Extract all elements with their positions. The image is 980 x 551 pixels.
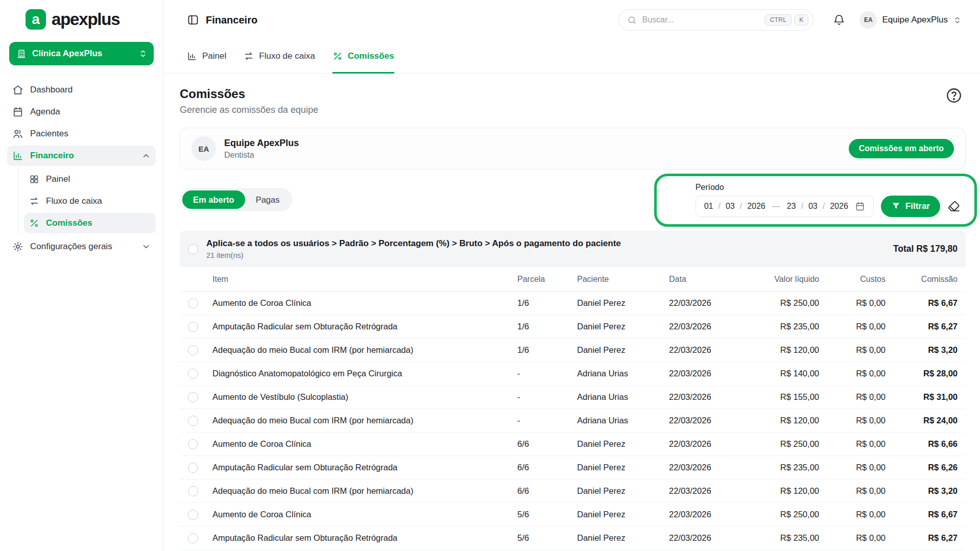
date-end-day: 23	[787, 202, 796, 211]
cell-paciente: Adriana Urias	[571, 369, 663, 378]
cell-comissao: R$ 3,20	[886, 345, 958, 355]
row-checkbox[interactable]	[188, 322, 198, 332]
cell-item: Amputação Radicular sem Obturação Retróg…	[206, 463, 511, 472]
period-filter: Período 01 / 03 / 2026 —	[696, 183, 966, 217]
sidebar-item-label: Financeiro	[30, 151, 74, 161]
team-member-card: EA Equipe ApexPlus Dentista Comissões em…	[180, 128, 966, 170]
cell-custos: R$ 0,00	[819, 463, 886, 472]
cell-paciente: Daniel Perez	[571, 486, 663, 496]
filter-button[interactable]: Filtrar	[881, 196, 940, 217]
tab-fluxo-de-caixa[interactable]: Fluxo de caixa	[244, 40, 315, 74]
member-role: Dentista	[224, 151, 299, 160]
row-checkbox[interactable]	[188, 533, 198, 543]
sidebar-item-label: Painel	[46, 174, 70, 184]
calendar-icon	[12, 106, 23, 117]
page-content: Comissões Gerencie as comissões da equip…	[163, 74, 980, 551]
calendar-icon[interactable]	[855, 201, 865, 211]
chevron-down-icon	[141, 242, 151, 251]
notifications-button[interactable]	[833, 14, 845, 26]
row-checkbox[interactable]	[188, 510, 198, 520]
member-avatar: EA	[192, 136, 216, 161]
row-checkbox[interactable]	[188, 369, 198, 379]
cell-data: 22/03/2026	[663, 369, 759, 378]
tab-comissoes[interactable]: Comissões	[332, 40, 394, 74]
sidebar-item-fluxo-de-caixa[interactable]: Fluxo de caixa	[24, 191, 156, 211]
panel-icon[interactable]	[187, 14, 199, 26]
cell-data: 22/03/2026	[663, 298, 759, 308]
row-checkbox[interactable]	[188, 345, 198, 355]
topbar-title-text: Financeiro	[206, 14, 257, 26]
cell-custos: R$ 0,00	[819, 345, 886, 355]
help-circle-icon	[945, 87, 963, 104]
topbar: Financeiro CTRL K EA Equipe ApexPlus	[163, 0, 980, 40]
main-area: Financeiro CTRL K EA Equipe ApexPlus	[163, 0, 980, 551]
date-range-input[interactable]: 01 / 03 / 2026 — 23 / 03 /	[696, 196, 874, 217]
sidebar-item-configuracoes-gerais[interactable]: Configurações gerais	[7, 236, 156, 257]
cell-comissao: R$ 6,27	[886, 322, 958, 331]
select-all-checkbox[interactable]	[188, 244, 198, 254]
row-checkbox[interactable]	[188, 416, 198, 426]
row-checkbox[interactable]	[188, 463, 198, 473]
cell-valor-liquido: R$ 235,00	[759, 533, 819, 543]
sidebar-item-dashboard[interactable]: Dashboard	[7, 80, 156, 100]
cell-data: 22/03/2026	[663, 510, 759, 519]
cell-comissao: R$ 28,00	[886, 369, 958, 378]
row-checkbox[interactable]	[188, 392, 198, 402]
cell-valor-liquido: R$ 155,00	[759, 392, 819, 402]
gear-icon	[12, 241, 23, 252]
row-checkbox[interactable]	[188, 439, 198, 449]
search-shortcut: CTRL K	[764, 14, 808, 26]
cell-valor-liquido: R$ 120,00	[759, 416, 819, 425]
cell-paciente: Daniel Perez	[571, 533, 663, 543]
chevrons-up-down-icon	[953, 16, 962, 25]
sidebar-item-pacientes[interactable]: Pacientes	[7, 124, 156, 144]
clear-filters-button[interactable]	[947, 200, 961, 213]
tab-painel[interactable]: Painel	[187, 40, 226, 74]
bar-chart-icon	[187, 51, 197, 61]
clinic-selector-button[interactable]: Clínica ApexPlus	[9, 42, 154, 65]
keycap-k: K	[794, 14, 808, 26]
sidebar-item-comissoes[interactable]: Comissões	[24, 213, 156, 233]
cell-valor-liquido: R$ 235,00	[759, 463, 819, 472]
brand-logo-icon: a	[26, 9, 46, 30]
cell-comissao: R$ 6,67	[886, 298, 958, 308]
row-checkbox[interactable]	[188, 486, 198, 496]
date-start-month: 03	[726, 202, 735, 211]
sidebar-item-financeiro[interactable]: Financeiro	[7, 146, 156, 166]
sidebar-item-agenda[interactable]: Agenda	[7, 102, 156, 122]
search-bar[interactable]: CTRL K	[618, 9, 814, 31]
bar-chart-icon	[12, 150, 23, 161]
sidebar-item-label: Configurações gerais	[30, 242, 112, 252]
group-item-count: 21 item(ns)	[206, 251, 893, 259]
cell-comissao: R$ 6,67	[886, 510, 958, 519]
cell-paciente: Daniel Perez	[571, 298, 663, 308]
brand-logo: a apexplus	[0, 0, 163, 36]
help-button[interactable]	[945, 87, 963, 104]
status-toggle: Em aberto Pagas	[180, 188, 293, 211]
row-checkbox-cell	[180, 416, 206, 426]
cell-comissao: R$ 6,66	[886, 439, 958, 449]
cell-data: 22/03/2026	[663, 463, 759, 472]
column-header-valor-liquido: Valor líquido	[759, 275, 819, 284]
table-row: Adequação do meio Bucal com IRM (por hem…	[180, 409, 966, 433]
date-end-month: 03	[808, 202, 818, 211]
table-row: Amputação Radicular sem Obturação Retróg…	[180, 315, 966, 339]
toggle-pagas[interactable]: Pagas	[245, 190, 291, 209]
sidebar-item-painel[interactable]: Painel	[24, 169, 156, 189]
cell-parcela: 1/6	[511, 322, 571, 331]
table-row: Amputação Radicular sem Obturação Retróg…	[180, 456, 966, 480]
cell-paciente: Daniel Perez	[571, 345, 663, 355]
cell-paciente: Daniel Perez	[571, 463, 663, 472]
user-menu[interactable]: EA Equipe ApexPlus	[859, 11, 962, 29]
row-checkbox-cell	[180, 510, 206, 520]
percent-icon	[332, 51, 343, 61]
cell-custos: R$ 0,00	[819, 322, 886, 331]
toggle-em-aberto[interactable]: Em aberto	[182, 190, 245, 209]
row-checkbox[interactable]	[188, 298, 198, 308]
search-input[interactable]	[642, 15, 759, 25]
date-end-year: 2026	[830, 202, 848, 211]
table-row: Aumento de Vestíbulo (Sulcoplastia)-Adri…	[180, 386, 966, 409]
cell-item: Adequação do meio Bucal com IRM (por hem…	[206, 416, 511, 425]
cell-valor-liquido: R$ 250,00	[759, 439, 819, 449]
cell-custos: R$ 0,00	[819, 298, 886, 308]
